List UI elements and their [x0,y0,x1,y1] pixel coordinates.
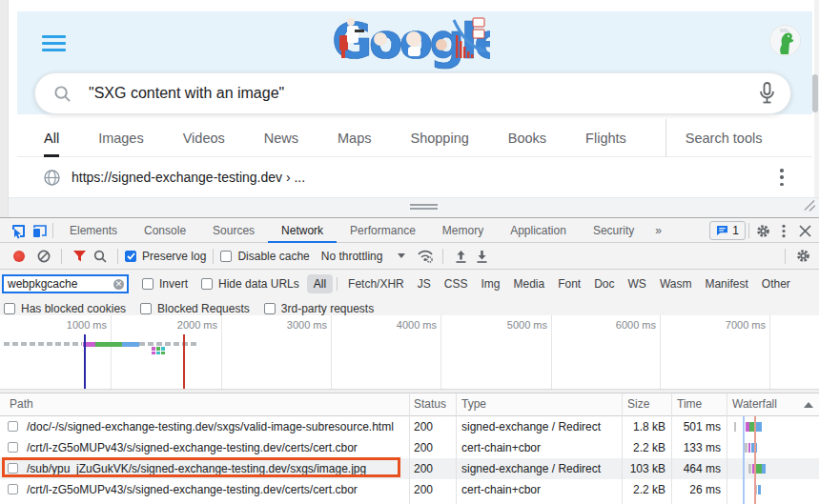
type-chip-css[interactable]: CSS [438,274,475,293]
type-chip-font[interactable]: Font [551,274,587,293]
devtools-tab-network[interactable]: Network [268,219,337,243]
devtools-tab-sources[interactable]: Sources [199,219,268,243]
import-har-icon[interactable] [450,246,471,267]
search-tools-button[interactable]: Search tools [686,119,763,157]
col-header-status[interactable]: Status [414,393,446,415]
resize-corner-icon[interactable] [803,192,815,217]
blocked-requests-checkbox[interactable]: Blocked Requests [140,302,250,315]
preserve-log-checkbox[interactable]: Preserve log [125,250,206,263]
invert-label: Invert [159,277,188,291]
type-chip-js[interactable]: JS [411,274,438,293]
devtools-tab-elements[interactable]: Elements [56,219,131,243]
col-header-time[interactable]: Time [677,393,702,415]
waterfall-bar [734,422,736,432]
clear-filter-icon[interactable]: ✕ [113,279,124,290]
cell-status: 200 [414,437,452,458]
devtools-tab-application[interactable]: Application [497,219,580,243]
throttling-dropdown[interactable]: No throttling [321,250,406,263]
waterfall-bar [756,422,762,432]
type-chip-doc[interactable]: Doc [587,274,621,293]
type-chip-all[interactable]: All [307,274,333,293]
overview-request-bar [152,347,155,351]
close-devtools-icon[interactable] [794,220,815,241]
has-blocked-cookies-checkbox[interactable]: Has blocked cookies [4,302,126,315]
col-header-size[interactable]: Size [627,393,649,415]
google-tab-flights[interactable]: Flights [585,119,626,157]
inspect-element-icon[interactable] [8,220,29,241]
row-checkbox[interactable] [8,442,18,453]
row-checkbox[interactable] [8,421,18,432]
type-chip-fetchxhr[interactable]: Fetch/XHR [341,274,411,293]
hide-data-urls-label: Hide data URLs [218,277,299,291]
type-chip-media[interactable]: Media [506,274,551,293]
timeline-tick-label: 4000 ms [370,319,437,331]
result-url[interactable]: https://signed-exchange-testing.dev › ..… [72,170,305,185]
search-query-text[interactable]: "SXG content with an image" [89,85,759,102]
type-chip-other[interactable]: Other [755,274,797,293]
network-overview-timeline[interactable]: 1000 ms2000 ms3000 ms4000 ms5000 ms6000 … [0,315,819,389]
devtools-tab-memory[interactable]: Memory [429,219,497,243]
filter-funnel-icon[interactable] [69,246,90,267]
record-network-log-button[interactable] [13,251,25,262]
mic-icon[interactable] [759,82,775,105]
google-tab-books[interactable]: Books [508,119,546,157]
waterfall-bar [748,464,751,474]
search-network-icon[interactable] [90,246,111,267]
overview-request-bar [161,347,165,351]
menu-icon[interactable] [42,35,66,51]
timeline-tick-label: 2000 ms [151,319,217,331]
google-tab-all[interactable]: All [44,119,59,157]
cell-waterfall [727,416,819,437]
network-conditions-icon[interactable] [415,246,436,267]
type-chip-img[interactable]: Img [474,274,506,293]
overview-dcl-line [84,334,86,389]
device-toolbar-icon[interactable] [29,220,50,241]
google-tab-images[interactable]: Images [98,119,144,157]
google-tab-news[interactable]: News [264,119,298,157]
type-chip-ws[interactable]: WS [622,274,653,293]
more-tabs-button[interactable]: » [647,219,669,243]
sort-ascending-icon[interactable] [804,402,813,408]
drag-handle-icon[interactable] [410,204,438,212]
devtools-tab-performance[interactable]: Performance [337,219,429,243]
google-tab-shopping[interactable]: Shopping [411,119,469,157]
devtools-tab-security[interactable]: Security [580,219,647,243]
page-bottom-strip [9,197,819,217]
profile-avatar[interactable] [770,26,800,55]
timeline-tick-label: 6000 ms [589,319,656,331]
result-options-icon[interactable] [780,169,784,186]
google-tab-videos[interactable]: Videos [183,119,225,157]
google-doodle-logo[interactable]: Google Google [334,10,490,70]
row-checkbox[interactable] [8,463,18,474]
hide-data-urls-checkbox[interactable]: Hide data URLs [201,277,299,291]
search-bar[interactable]: "SXG content with an image" [34,72,791,114]
resource-type-chips: AllFetch/XHRJSCSSImgMediaFontDocWSWasmMa… [307,274,797,293]
google-tab-maps[interactable]: Maps [338,119,371,157]
row-checkbox[interactable] [8,484,18,494]
col-header-path[interactable]: Path [10,393,33,415]
col-header-waterfall[interactable]: Waterfall [732,393,777,415]
col-header-type[interactable]: Type [461,393,486,415]
network-settings-gear-icon[interactable] [792,246,813,267]
timeline-gridline [221,315,222,389]
devtools-tab-console[interactable]: Console [131,219,199,243]
-rd-party-requests-checkbox[interactable]: 3rd-party requests [264,302,374,315]
invert-checkbox[interactable]: Invert [142,277,188,291]
timeline-tick-label: 5000 ms [481,319,547,331]
filter-input[interactable]: webpkgcache ✕ [2,274,129,293]
cell-time: 26 ms [671,479,721,500]
devtools-menu-icon[interactable] [773,220,794,241]
type-chip-wasm[interactable]: Wasm [653,274,699,293]
timeline-tick-label: 1000 ms [40,319,107,331]
disable-cache-checkbox[interactable]: Disable cache [220,250,309,263]
settings-gear-icon[interactable] [752,220,773,241]
page-scrollbar-thumb[interactable] [812,74,818,112]
console-messages-badge[interactable]: 1 [709,221,746,240]
clear-network-log-icon[interactable] [33,246,54,267]
checkbox-label: Blocked Requests [157,302,250,315]
cell-type: cert-chain+cbor [461,479,618,500]
cell-type: signed-exchange / Redirect [461,458,618,479]
search-result-row[interactable]: https://signed-exchange-testing.dev › ..… [17,157,812,197]
type-chip-manifest[interactable]: Manifest [698,274,754,293]
export-har-icon[interactable] [471,246,492,267]
